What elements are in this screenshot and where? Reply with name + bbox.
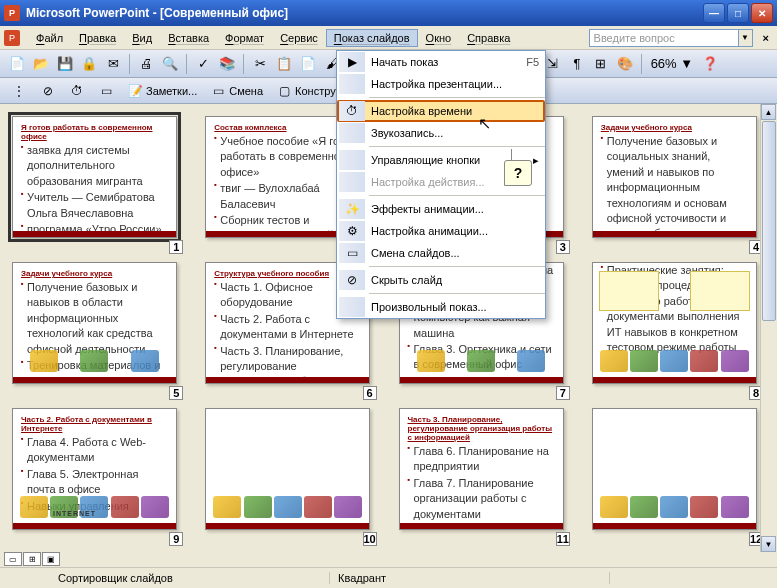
show-formatting-button[interactable]: ¶ bbox=[566, 53, 588, 75]
menu-item-icon: ⊘ bbox=[339, 270, 365, 290]
menu-item-6[interactable]: ✨Эффекты анимации... bbox=[337, 198, 545, 220]
status-view-label: Сортировщик слайдов bbox=[50, 572, 330, 584]
vertical-scrollbar[interactable]: ▲ ▼ bbox=[760, 104, 777, 552]
menu-item-label: Настройка времени bbox=[371, 105, 539, 117]
close-button[interactable]: ✕ bbox=[751, 3, 773, 23]
slide-number: 7 bbox=[556, 386, 570, 400]
menu-item-icon bbox=[339, 297, 365, 317]
menu-item-0[interactable]: ▶Начать показF5 bbox=[337, 51, 545, 73]
slide-9[interactable]: Часть 2. Работа с документами в Интернет… bbox=[12, 408, 185, 530]
cut-button[interactable]: ✂ bbox=[249, 53, 271, 75]
spelling-button[interactable]: ✓ bbox=[192, 53, 214, 75]
minimize-button[interactable]: — bbox=[703, 3, 725, 23]
menu-item-7[interactable]: ⚙Настройка анимации... bbox=[337, 220, 545, 242]
paste-button[interactable]: 📄 bbox=[297, 53, 319, 75]
menu-item-label: Скрыть слайд bbox=[371, 274, 539, 286]
slide-number: 1 bbox=[169, 240, 183, 254]
menu-item-label: Эффекты анимации... bbox=[371, 203, 539, 215]
slideshow-view-button[interactable]: ▣ bbox=[42, 552, 60, 566]
menu-item-10[interactable]: Произвольный показ... bbox=[337, 296, 545, 318]
new-button[interactable]: 📄 bbox=[6, 53, 28, 75]
menu-вид[interactable]: Вид bbox=[124, 29, 160, 47]
help-tooltip: ? bbox=[504, 160, 532, 186]
research-button[interactable]: 📚 bbox=[216, 53, 238, 75]
menu-справка[interactable]: Справка bbox=[459, 29, 518, 47]
menu-item-label: Произвольный показ... bbox=[371, 301, 539, 313]
transition-button[interactable]: ▭Смена bbox=[205, 81, 268, 101]
scroll-thumb[interactable] bbox=[762, 121, 776, 321]
menu-формат[interactable]: Формат bbox=[217, 29, 272, 47]
slide-11[interactable]: Часть 3. Планирование, регулирование орг… bbox=[399, 408, 572, 530]
menu-item-3[interactable]: Звукозапись... bbox=[337, 122, 545, 144]
menu-вставка[interactable]: Вставка bbox=[160, 29, 217, 47]
menu-файл[interactable]: Файл bbox=[28, 29, 71, 47]
menu-сервис[interactable]: Сервис bbox=[272, 29, 326, 47]
menu-item-icon: ▭ bbox=[339, 243, 365, 263]
notes-button[interactable]: 📝Заметки... bbox=[122, 81, 202, 101]
slide-5[interactable]: Задачи учебного курсаПолучение базовых и… bbox=[12, 262, 185, 384]
maximize-button[interactable]: □ bbox=[727, 3, 749, 23]
app-icon: P bbox=[4, 5, 20, 21]
email-button[interactable]: ✉ bbox=[102, 53, 124, 75]
slide-number: 10 bbox=[363, 532, 377, 546]
slide-1[interactable]: Я готов работать в современном офисезаяв… bbox=[12, 116, 185, 238]
mdi-close-button[interactable]: × bbox=[759, 30, 773, 46]
menu-item-label: Начать показ bbox=[371, 56, 526, 68]
menu-правка[interactable]: Правка bbox=[71, 29, 124, 47]
status-design-label: Квадрант bbox=[330, 572, 610, 584]
menu-item-icon: ▶ bbox=[339, 52, 365, 72]
doc-icon[interactable]: P bbox=[4, 30, 20, 46]
hide-slide-button[interactable]: ⊘ bbox=[35, 81, 61, 101]
grid-button[interactable]: ⊞ bbox=[590, 53, 612, 75]
menu-item-icon bbox=[339, 150, 365, 170]
view-buttons: ▭ ⊞ ▣ bbox=[0, 552, 777, 568]
open-button[interactable]: 📂 bbox=[30, 53, 52, 75]
permission-button[interactable]: 🔒 bbox=[78, 53, 100, 75]
zoom-dropdown[interactable]: 66% ▼ bbox=[647, 53, 697, 75]
slide-number: 11 bbox=[556, 532, 570, 546]
color-button[interactable]: 🎨 bbox=[614, 53, 636, 75]
menu-item-label: Звукозапись... bbox=[371, 127, 539, 139]
handle-icon: ⋮ bbox=[6, 81, 32, 101]
submenu-arrow-icon: ▸ bbox=[533, 154, 539, 167]
scroll-down-button[interactable]: ▼ bbox=[761, 536, 776, 552]
print-button[interactable]: 🖨 bbox=[135, 53, 157, 75]
window-buttons: — □ ✕ bbox=[703, 3, 773, 23]
help-search-input[interactable]: Введите вопрос bbox=[589, 29, 739, 47]
sorter-view-button[interactable]: ⊞ bbox=[23, 552, 41, 566]
menu-item-icon: ✨ bbox=[339, 199, 365, 219]
slide-number: 9 bbox=[169, 532, 183, 546]
menu-item-1[interactable]: Настройка презентации... bbox=[337, 73, 545, 95]
slide-10[interactable]: 10 bbox=[205, 408, 378, 530]
menu-item-icon bbox=[339, 123, 365, 143]
slide-12[interactable]: 12 bbox=[592, 408, 765, 530]
slide-4[interactable]: Задачи учебного курсаПолучение базовых и… bbox=[592, 116, 765, 238]
menu-item-8[interactable]: ▭Смена слайдов... bbox=[337, 242, 545, 264]
preview-button[interactable]: 🔍 bbox=[159, 53, 181, 75]
menu-item-shortcut: F5 bbox=[526, 56, 539, 68]
summary-button[interactable]: ▭ bbox=[93, 81, 119, 101]
window-title: Microsoft PowerPoint - [Современный офис… bbox=[26, 6, 703, 20]
rehearse-button[interactable]: ⏱ bbox=[64, 81, 90, 101]
menu-item-2[interactable]: ⏱Настройка времени bbox=[337, 100, 545, 122]
save-button[interactable]: 💾 bbox=[54, 53, 76, 75]
slide-8[interactable]: Практические занятия: изучение процедуры… bbox=[592, 262, 765, 384]
menu-item-icon bbox=[339, 74, 365, 94]
menu-item-label: Настройка презентации... bbox=[371, 78, 539, 90]
menu-показ слайдов[interactable]: Показ слайдов bbox=[326, 29, 418, 47]
slide-number: 6 bbox=[363, 386, 377, 400]
titlebar: P Microsoft PowerPoint - [Современный оф… bbox=[0, 0, 777, 26]
help-search-dropdown[interactable]: ▼ bbox=[739, 29, 753, 47]
help-button[interactable]: ❓ bbox=[699, 53, 721, 75]
normal-view-button[interactable]: ▭ bbox=[4, 552, 22, 566]
copy-button[interactable]: 📋 bbox=[273, 53, 295, 75]
menu-item-9[interactable]: ⊘Скрыть слайд bbox=[337, 269, 545, 291]
menu-окно[interactable]: Окно bbox=[418, 29, 460, 47]
scroll-up-button[interactable]: ▲ bbox=[761, 104, 776, 120]
slide-number: 5 bbox=[169, 386, 183, 400]
menu-item-icon: ⚙ bbox=[339, 221, 365, 241]
menubar: P ФайлПравкаВидВставкаФорматСервисПоказ … bbox=[0, 26, 777, 50]
menu-item-label: Смена слайдов... bbox=[371, 247, 539, 259]
menu-item-icon bbox=[339, 172, 365, 192]
statusbar: ▭ ⊞ ▣ Сортировщик слайдов Квадрант bbox=[0, 552, 777, 588]
